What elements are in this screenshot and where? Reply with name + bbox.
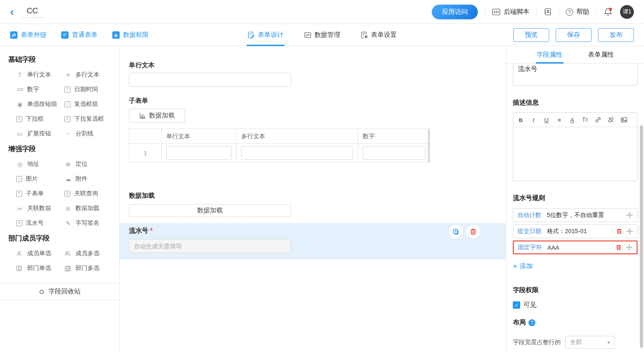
- panel-scrollbar-thumb[interactable]: [640, 125, 643, 348]
- field-item-department-single[interactable]: 部门单选: [16, 261, 64, 276]
- subform-data-load-label: 数据加载: [149, 111, 175, 120]
- single-line-text-field-input[interactable]: [129, 73, 291, 87]
- field-title-input[interactable]: 流水号: [513, 64, 638, 86]
- add-rule-button[interactable]: + 添加: [513, 262, 545, 270]
- avatar[interactable]: 谭1: [620, 5, 634, 19]
- field-item-checkbox-group[interactable]: ✓复选框组: [64, 97, 113, 111]
- field-item-serial-number[interactable]: #流水号: [16, 216, 64, 230]
- rule-row-fixed-chars-selected[interactable]: 固定字符 AAA: [513, 241, 638, 254]
- back-icon[interactable]: ‹: [10, 6, 14, 18]
- insert-image-icon[interactable]: [621, 117, 627, 123]
- field-item-datetime[interactable]: 7日期时间: [64, 82, 113, 97]
- rule-type-link[interactable]: 自动计数: [517, 211, 541, 219]
- form-external-link-button[interactable]: 表单外链: [10, 31, 46, 39]
- bar-chart-icon: [112, 31, 120, 39]
- divider: [536, 8, 537, 16]
- field-item-number[interactable]: 123数字: [16, 82, 64, 97]
- remove-link-icon[interactable]: [608, 117, 614, 123]
- font-size-icon[interactable]: Tт: [582, 117, 588, 123]
- row-index: 1: [129, 144, 162, 162]
- rule-type-link[interactable]: 提交日期: [517, 227, 541, 235]
- field-item-multi-select[interactable]: ∨下拉复选框: [64, 111, 113, 126]
- field-recycle-bin-button[interactable]: ♻ 字段回收站: [0, 283, 119, 300]
- field-item-subform[interactable]: ≡子表单: [16, 186, 64, 201]
- copy-field-button[interactable]: [449, 225, 463, 239]
- app-title[interactable]: CC: [22, 6, 43, 18]
- help-button[interactable]: ? 帮助: [566, 8, 589, 16]
- field-item-multi-line-text[interactable]: ≡多行文本: [64, 67, 113, 82]
- field-item-department-multi[interactable]: 部门多选: [64, 261, 113, 276]
- field-item-extend-button[interactable]: ▭扩展按钮: [16, 126, 64, 141]
- bold-icon[interactable]: B: [517, 117, 524, 123]
- visible-checkbox-row[interactable]: ✓ 可见: [513, 301, 638, 309]
- delete-field-button[interactable]: [466, 225, 480, 239]
- field-item-image[interactable]: ▵图片: [16, 171, 64, 186]
- save-button[interactable]: 保存: [556, 28, 592, 42]
- subform-text-input[interactable]: [166, 146, 232, 160]
- help-badge-icon[interactable]: ?: [528, 319, 535, 326]
- tab-field-properties[interactable]: 字段属性: [536, 46, 563, 63]
- tab-form-properties[interactable]: 表单属性: [587, 46, 615, 63]
- app-access-button[interactable]: 应用访问: [432, 5, 478, 19]
- field-width-select[interactable]: 全部 ▾: [565, 336, 615, 349]
- tab-data-management[interactable]: 数据管理: [304, 24, 340, 46]
- delete-rule-icon[interactable]: [616, 228, 622, 235]
- field-item-address[interactable]: ◎地址: [16, 157, 64, 171]
- single-line-text-field-label: 单行文本: [129, 61, 497, 69]
- normal-form-button[interactable]: 普通表单: [61, 31, 98, 39]
- italic-icon[interactable]: I: [530, 117, 537, 123]
- field-item-attachment[interactable]: ☁附件: [64, 171, 113, 186]
- field-item-linked-data[interactable]: ∞关联数据: [16, 201, 64, 216]
- publish-button[interactable]: 发布: [598, 28, 634, 42]
- font-color-icon[interactable]: A: [569, 117, 575, 123]
- field-item-single-line-text[interactable]: T单行文本: [16, 67, 64, 82]
- rule-row-submit-date[interactable]: 提交日期 格式：2015-01: [513, 224, 638, 238]
- data-permission-button[interactable]: 数据权限: [112, 31, 149, 39]
- notification-bell-button[interactable]: [603, 7, 613, 17]
- subform-icon: ≡: [16, 191, 22, 197]
- question-icon: ?: [566, 8, 573, 16]
- rule-row-auto-count[interactable]: 自动计数 5位数字，不自动重置: [513, 208, 638, 222]
- description-editor-area[interactable]: [513, 127, 637, 181]
- field-item-radio-group[interactable]: ◉单选按钮组: [16, 97, 64, 111]
- top-bar: ‹ CC 应用访问 后端脚本 ? 帮助 谭1: [0, 0, 644, 24]
- align-icon[interactable]: ≡: [556, 117, 563, 123]
- field-item-label: 单选按钮组: [27, 100, 57, 108]
- serial-number-field-selected[interactable]: 流水号*: [120, 223, 506, 259]
- backend-script-button[interactable]: 后端脚本: [492, 8, 529, 16]
- image-icon: ▵: [16, 176, 22, 182]
- checkbox-checked-icon[interactable]: ✓: [513, 301, 520, 309]
- drag-move-icon[interactable]: [627, 228, 633, 235]
- tab-form-design[interactable]: 表单设计: [247, 24, 284, 46]
- tab-form-design-label: 表单设计: [258, 31, 284, 39]
- rule-type-link[interactable]: 固定字符: [518, 243, 542, 252]
- subform-data-load-button[interactable]: 数据加载: [129, 109, 185, 123]
- subform-textarea-input[interactable]: [241, 146, 353, 160]
- delete-rule-icon[interactable]: [615, 244, 622, 251]
- subform-number-input[interactable]: [363, 146, 425, 160]
- field-width-value: 全部: [570, 338, 582, 346]
- serial-number-input[interactable]: [129, 239, 291, 253]
- field-item-member-multi[interactable]: 成员多选: [64, 246, 113, 261]
- subform-table-header: 单行文本 多行文本 数字: [129, 129, 429, 144]
- field-item-divider[interactable]: ┄分割线: [64, 126, 113, 141]
- field-item-member-single[interactable]: 成员单选: [16, 246, 64, 261]
- address-book-button[interactable]: [544, 8, 551, 16]
- insert-link-icon[interactable]: [595, 117, 601, 123]
- departments-icon: [64, 265, 72, 271]
- data-load-placeholder-button[interactable]: 数据加载: [129, 204, 291, 217]
- field-item-geolocation[interactable]: ⊕定位: [64, 157, 113, 171]
- help-label: 帮助: [576, 8, 589, 16]
- field-item-linked-query[interactable]: Q关联查询: [64, 186, 113, 201]
- description-heading: 描述信息: [513, 99, 638, 107]
- field-item-data-load[interactable]: ılı数据加载: [64, 201, 113, 216]
- field-item-select[interactable]: ∨下拉框: [16, 111, 64, 126]
- field-item-label: 部门单选: [27, 264, 51, 272]
- tab-data-management-label: 数据管理: [314, 31, 340, 39]
- underline-icon[interactable]: U: [543, 117, 550, 123]
- drag-move-icon[interactable]: [626, 244, 632, 251]
- field-item-signature[interactable]: ✎手写签名: [64, 216, 113, 230]
- preview-button[interactable]: 预览: [513, 28, 549, 42]
- drag-move-icon[interactable]: [627, 212, 633, 218]
- tab-form-settings[interactable]: 表单设置: [360, 24, 397, 46]
